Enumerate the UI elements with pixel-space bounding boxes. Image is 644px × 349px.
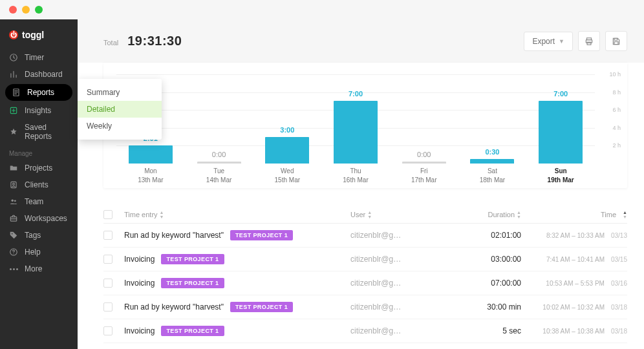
sort-icon: ▲▼: [517, 210, 521, 219]
bar-wed: 3:00: [253, 74, 321, 164]
bar: [129, 145, 173, 164]
col-entry[interactable]: Time entry ▲▼: [124, 210, 348, 219]
svg-point-4: [13, 183, 15, 185]
time-cell: 10:02 AM – 10:32 AM03/18: [524, 304, 627, 311]
bar-value-label: 7:00: [349, 90, 363, 98]
chevron-down-icon: ▼: [559, 38, 564, 45]
nav-timer[interactable]: Timer: [0, 49, 78, 66]
table-row[interactable]: Run ad by keyword "harvest"TEST PROJECT …: [103, 224, 627, 248]
nav-manage-more[interactable]: More: [0, 260, 78, 277]
star-icon: [9, 127, 18, 136]
tag-icon: [9, 231, 18, 240]
submenu-item-weekly[interactable]: Weekly: [78, 118, 162, 134]
table-row[interactable]: InvoicingTEST PROJECT 1citizenblr@g…03:0…: [103, 248, 627, 271]
nav-manage-team[interactable]: Team: [0, 193, 78, 210]
entry-title: Run ad by keyword "harvest": [124, 231, 224, 240]
row-checkbox[interactable]: [103, 326, 113, 335]
time-cell: 7:41 AM – 10:41 AM03/15: [524, 256, 627, 263]
time-cell: 10:53 AM – 5:53 PM03/16: [524, 280, 627, 287]
team-icon: [9, 197, 18, 206]
sort-icon: ▲▼: [623, 210, 627, 219]
main-panel: Total 19:31:30 Export ▼: [78, 19, 644, 349]
save-report-button[interactable]: [605, 31, 627, 51]
weekly-chart: 10 h8 h6 h4 h2 h 2:010:003:007:000:000:3…: [110, 74, 621, 184]
maximize-window-button[interactable]: [35, 6, 43, 14]
entries-table: Time entry ▲▼ User ▲▼ Duration ▲▼ Time: [103, 206, 627, 343]
select-all-checkbox[interactable]: [103, 210, 113, 219]
time-cell: 8:32 AM – 10:33 AM03/13: [524, 232, 627, 239]
nav-manage-tags[interactable]: Tags: [0, 227, 78, 244]
time-range: 10:53 AM – 5:53 PM: [546, 280, 605, 287]
entry-title: Run ad by keyword "harvest": [124, 302, 224, 312]
x-tick: Tue14th Mar: [185, 167, 253, 184]
project-badge: TEST PROJECT 1: [230, 302, 293, 312]
print-button[interactable]: [578, 31, 600, 51]
row-checkbox[interactable]: [103, 279, 113, 288]
bar: [334, 101, 378, 164]
briefcase-icon: [9, 214, 18, 223]
chart-bars-icon: [9, 70, 18, 79]
entry-cell: InvoicingTEST PROJECT 1: [124, 254, 348, 264]
close-window-button[interactable]: [9, 6, 17, 14]
row-checkbox[interactable]: [103, 255, 113, 264]
folder-icon: [9, 164, 18, 173]
nav-reports[interactable]: Reports: [5, 84, 72, 101]
export-button[interactable]: Export ▼: [524, 32, 573, 51]
time-range: 7:41 AM – 10:41 AM: [546, 256, 605, 263]
more-icon: [9, 264, 18, 273]
nav-label: Insights: [25, 106, 51, 115]
total-value: 19:31:30: [127, 34, 182, 48]
svg-point-5: [12, 200, 14, 202]
nav-manage-clients[interactable]: Clients: [0, 176, 78, 193]
sort-icon: ▲▼: [367, 210, 372, 219]
export-label: Export: [532, 37, 555, 46]
date: 03/13: [611, 232, 627, 239]
row-checkbox[interactable]: [103, 231, 113, 240]
x-tick: Sun19th Mar: [526, 167, 595, 184]
submenu-item-summary[interactable]: Summary: [78, 84, 162, 101]
date: 03/18: [611, 328, 627, 335]
col-user[interactable]: User ▲▼: [350, 210, 441, 219]
row-checkbox[interactable]: [103, 302, 113, 312]
table-row[interactable]: Run ad by keyword "harvest"TEST PROJECT …: [103, 295, 627, 319]
x-tick: Mon13th Mar: [116, 167, 185, 184]
bar-sat: 0:30: [458, 74, 527, 164]
nav-saved-reports[interactable]: Saved Reports: [0, 119, 78, 145]
col-time[interactable]: Time ▲▼: [524, 210, 627, 219]
table-row[interactable]: InvoicingTEST PROJECT 1citizenblr@g…5 se…: [103, 319, 627, 343]
x-tick: Thu16th Mar: [321, 167, 390, 184]
nav-manage-workspaces[interactable]: Workspaces: [0, 210, 78, 227]
x-tick: Wed15th Mar: [253, 167, 321, 184]
table-header: Time entry ▲▼ User ▲▼ Duration ▲▼ Time: [103, 206, 627, 224]
nav-label: Workspaces: [25, 214, 67, 223]
nav-label: Dashboard: [25, 70, 63, 79]
bar-value-label: 0:00: [417, 151, 431, 158]
table-row[interactable]: InvoicingTEST PROJECT 1citizenblr@g…07:0…: [103, 271, 627, 295]
duration-cell: 30:00 min: [444, 302, 521, 312]
nav-label: Saved Reports: [25, 123, 70, 141]
nav-insights[interactable]: Insights: [0, 102, 78, 119]
col-duration[interactable]: Duration ▲▼: [444, 210, 521, 219]
svg-point-8: [12, 233, 13, 235]
entry-cell: Run ad by keyword "harvest"TEST PROJECT …: [124, 230, 348, 240]
user-cell: citizenblr@g…: [350, 279, 441, 288]
sort-icon: ▲▼: [160, 210, 164, 219]
nav-section-manage: Manage: [0, 145, 78, 160]
bar: [402, 162, 446, 164]
nav-manage-projects[interactable]: Projects: [0, 160, 78, 176]
entry-cell: InvoicingTEST PROJECT 1: [124, 278, 348, 288]
nav-label: Tags: [25, 231, 41, 240]
user-cell: citizenblr@g…: [350, 255, 441, 264]
svg-point-6: [14, 200, 16, 202]
user-cell: citizenblr@g…: [350, 302, 441, 312]
brand-name: toggl: [22, 30, 44, 40]
time-range: 8:32 AM – 10:33 AM: [546, 232, 605, 239]
window-titlebar: [0, 0, 644, 19]
submenu-item-detailed[interactable]: Detailed: [78, 101, 162, 118]
date: 03/16: [611, 280, 627, 287]
nav-dashboard[interactable]: Dashboard: [0, 66, 78, 83]
minimize-window-button[interactable]: [22, 6, 30, 14]
nav-manage-help[interactable]: Help: [0, 244, 78, 260]
nav-label: Help: [25, 248, 41, 257]
entry-cell: InvoicingTEST PROJECT 1: [124, 326, 348, 336]
